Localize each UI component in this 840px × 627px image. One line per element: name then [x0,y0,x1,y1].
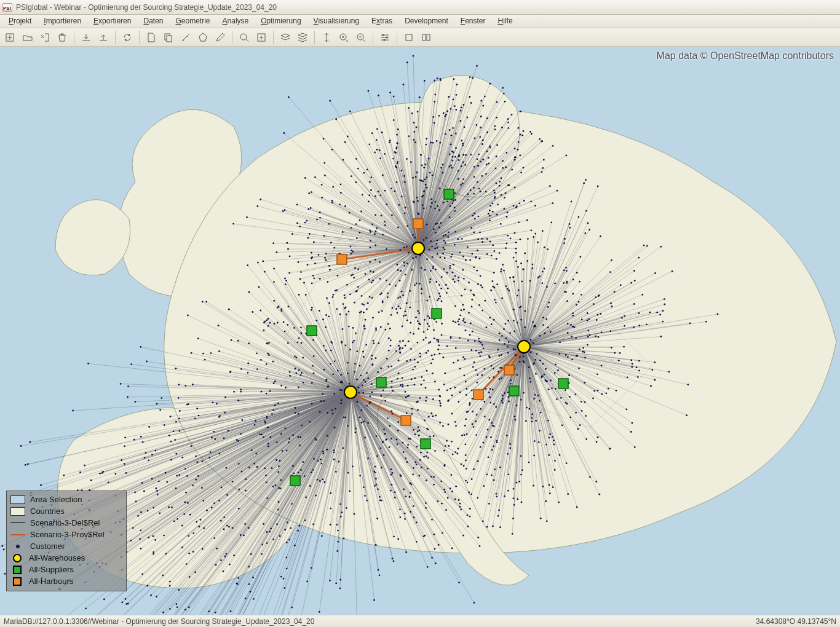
page-button[interactable] [143,30,159,45]
svg-point-3037 [301,333,303,334]
zoom-out-button[interactable] [353,30,369,45]
legend-area-selection[interactable]: Area Selection [10,494,122,505]
svg-point-3241 [428,342,430,344]
svg-point-2753 [319,480,321,482]
svg-point-3010 [201,487,203,489]
svg-point-3589 [489,377,491,379]
svg-point-2575 [389,92,391,93]
legend-harbours[interactable]: All-Harbours [10,575,122,587]
menu-analyse[interactable]: Analyse [216,15,255,28]
svg-point-2880 [389,284,391,286]
edit-button[interactable] [212,30,228,45]
svg-point-2218 [365,319,367,321]
svg-point-4291 [458,582,460,583]
svg-point-3288 [519,361,521,363]
menu-visualisierung[interactable]: Visualisierung [307,15,366,28]
svg-point-2911 [428,325,430,327]
svg-point-2333 [402,294,404,296]
svg-point-3784 [248,527,250,529]
legend-countries[interactable]: Countries [10,505,122,517]
new-project-button[interactable] [2,30,18,45]
svg-point-4033 [378,191,379,192]
svg-point-3390 [616,390,617,392]
menu-fenster[interactable]: Fenster [454,15,492,28]
legend-warehouses[interactable]: All-Warehouses [10,552,122,564]
svg-point-3059 [298,436,299,438]
window-single-button[interactable] [401,30,417,45]
svg-point-3652 [192,532,194,534]
svg-point-3123 [468,492,470,494]
svg-point-4039 [439,142,441,144]
svg-point-3485 [630,360,632,361]
layers-2-button[interactable] [295,30,311,45]
zoom-in-button[interactable] [336,30,352,45]
menu-hilfe[interactable]: Hilfe [492,15,519,28]
svg-point-2777 [411,408,413,410]
svg-point-3105 [322,478,323,480]
menu-extras[interactable]: Extras [365,15,398,28]
close-project-button[interactable] [37,30,53,45]
svg-point-3102 [178,417,180,419]
menu-daten[interactable]: Daten [137,15,169,28]
menu-optimierung[interactable]: Optimierung [255,15,307,28]
window-title: PSIglobal - Webinar - Optimierung der So… [16,3,277,12]
svg-point-2854 [460,508,462,510]
svg-point-2370 [477,181,478,183]
svg-rect-2 [6,34,14,41]
svg-point-4304 [417,431,419,433]
legend-scenario-prov[interactable]: Scenario-3-Prov$Rel [10,529,122,540]
menu-projekt[interactable]: Projekt [2,15,38,28]
svg-rect-4319 [290,476,300,486]
delete-project-button[interactable] [54,30,70,45]
svg-point-3173 [432,267,434,269]
svg-point-3740 [99,473,101,475]
svg-point-4237 [379,496,381,498]
svg-point-3462 [552,486,554,488]
legend-customer[interactable]: Customer [10,540,122,552]
svg-point-2172 [552,145,554,147]
svg-point-3733 [218,500,220,502]
svg-point-3055 [435,562,437,564]
svg-point-2748 [450,388,451,390]
svg-point-2343 [328,223,330,225]
zoom-area-button[interactable] [236,30,252,45]
svg-point-3516 [486,473,488,475]
sync-button[interactable] [119,30,135,45]
menu-exportieren[interactable]: Exportieren [87,15,137,28]
svg-point-3897 [311,567,312,569]
layers-1-button[interactable] [277,30,293,45]
open-project-button[interactable] [20,30,36,45]
svg-point-3311 [581,410,583,412]
settings-button[interactable] [377,30,393,45]
menu-development[interactable]: Development [398,15,454,28]
svg-point-4133 [404,181,406,183]
svg-point-2851 [390,468,392,470]
menu-geometrie[interactable]: Geometrie [169,15,216,28]
svg-point-2682 [325,314,327,316]
svg-rect-23 [406,34,412,41]
measure-button[interactable] [178,30,194,45]
duplicate-button[interactable] [160,30,176,45]
svg-point-3111 [379,294,381,296]
height-button[interactable] [319,30,335,45]
toolbar [0,28,840,47]
legend-scenario-del[interactable]: Scenario-3-Del$Rel [10,517,122,529]
svg-point-2237 [514,187,516,189]
svg-point-2571 [441,334,443,336]
svg-point-2751 [418,435,420,436]
svg-rect-4320 [413,219,423,229]
window-split-button[interactable] [418,30,434,45]
svg-point-3720 [284,587,286,589]
svg-point-3907 [220,520,222,522]
legend-suppliers[interactable]: All-Suppliers [10,564,122,575]
svg-point-4136 [470,102,472,104]
svg-point-3301 [547,420,549,422]
svg-point-2968 [394,497,396,499]
menu-importieren[interactable]: Importieren [38,15,87,28]
svg-point-4274 [459,368,461,369]
polygon-button[interactable] [195,30,211,45]
zoom-fit-button[interactable] [253,30,269,45]
export-button[interactable] [95,30,111,45]
import-button[interactable] [78,30,94,45]
map-canvas[interactable]: Map data © OpenStreetMap contributors Ar… [0,47,840,615]
